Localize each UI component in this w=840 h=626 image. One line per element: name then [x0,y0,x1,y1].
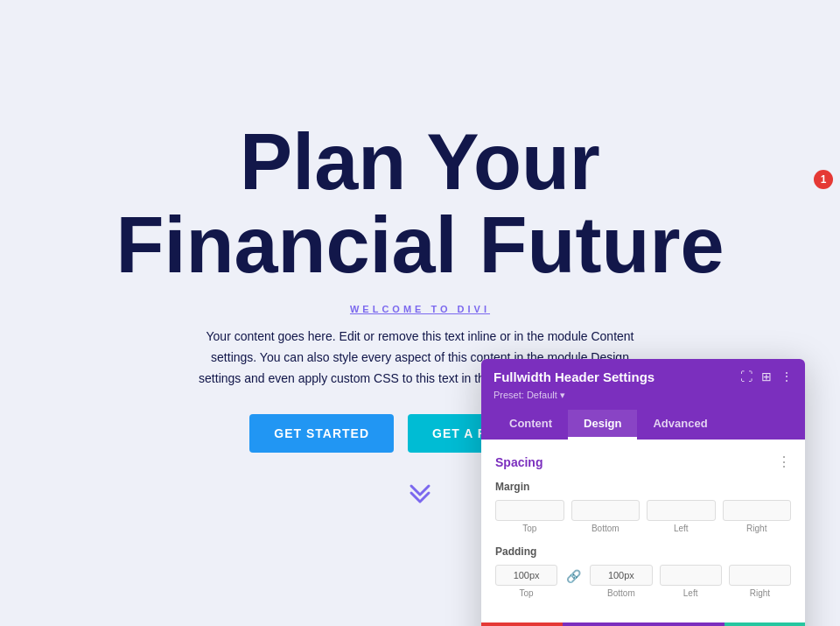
tab-advanced[interactable]: Advanced [637,410,723,440]
padding-label: Padding [495,545,791,558]
margin-top-wrapper: Top [495,500,564,533]
padding-section: Padding Top 🔗 Bottom Left [495,545,791,598]
margin-bottom-wrapper: Bottom [571,500,640,533]
scroll-down-icon[interactable] [407,479,433,505]
margin-section: Margin Top Bottom Left [495,481,791,533]
margin-left-label: Left [674,524,689,533]
grid-icon[interactable]: ⊞ [761,369,772,384]
panel-tabs: Content Design Advanced [494,410,793,440]
padding-left-label: Left [683,588,698,598]
panel-footer: ✕ ↺ ↻ ✓ [481,622,805,626]
padding-top-input[interactable] [495,565,557,586]
padding-left-input[interactable] [660,565,722,586]
settings-panel: Fullwidth Header Settings ⛶ ⊞ ⋮ Preset: … [481,359,805,626]
padding-bottom-label: Bottom [607,588,635,598]
spacing-section-header: Spacing ⋮ [495,454,791,470]
margin-bottom-label: Bottom [592,524,620,533]
margin-inputs-row: Top Bottom Left Right [495,500,791,533]
margin-left-input[interactable] [647,500,716,521]
more-options-icon[interactable]: ⋮ [780,369,793,384]
margin-right-input[interactable] [723,500,792,521]
panel-header-icons: ⛶ ⊞ ⋮ [740,369,793,384]
margin-left-wrapper: Left [647,500,716,533]
tab-design[interactable]: Design [568,410,637,440]
padding-bottom-input[interactable] [590,565,652,586]
panel-header: Fullwidth Header Settings ⛶ ⊞ ⋮ Preset: … [481,359,805,440]
padding-top-wrapper: Top [495,565,557,598]
padding-left-wrapper: Left [660,565,722,598]
redo-button[interactable]: ↻ [643,622,724,626]
margin-label: Margin [495,481,791,493]
padding-right-input[interactable] [729,565,791,586]
margin-bottom-input[interactable] [571,500,640,521]
spacing-title: Spacing [495,455,542,469]
badge-indicator: 1 [814,170,833,189]
panel-preset[interactable]: Preset: Default ▾ [494,390,793,401]
margin-top-label: Top [522,524,536,533]
margin-top-input[interactable] [495,500,564,521]
margin-right-label: Right [746,524,766,533]
save-button[interactable]: ✓ [724,622,806,626]
section-more-icon[interactable]: ⋮ [777,454,791,470]
cancel-button[interactable]: ✕ [481,622,563,626]
link-padding-icon[interactable]: 🔗 [564,569,583,584]
expand-icon[interactable]: ⛶ [740,370,752,384]
hero-title: Plan Your Financial Future [114,121,726,286]
padding-top-label: Top [520,588,534,598]
tab-content[interactable]: Content [494,410,568,440]
get-started-button[interactable]: Get Started [249,414,394,453]
panel-title: Fullwidth Header Settings [494,369,654,384]
padding-right-label: Right [750,588,770,598]
padding-bottom-wrapper: Bottom [590,565,652,598]
panel-header-top: Fullwidth Header Settings ⛶ ⊞ ⋮ [494,369,793,384]
reset-button[interactable]: ↺ [563,622,644,626]
panel-body: Spacing ⋮ Margin Top Bottom Le [481,440,805,622]
padding-right-wrapper: Right [729,565,791,598]
hero-subtitle: Welcome to Divi [350,304,490,314]
margin-right-wrapper: Right [723,500,792,533]
padding-inputs-container: Top 🔗 Bottom Left Right [495,565,791,598]
